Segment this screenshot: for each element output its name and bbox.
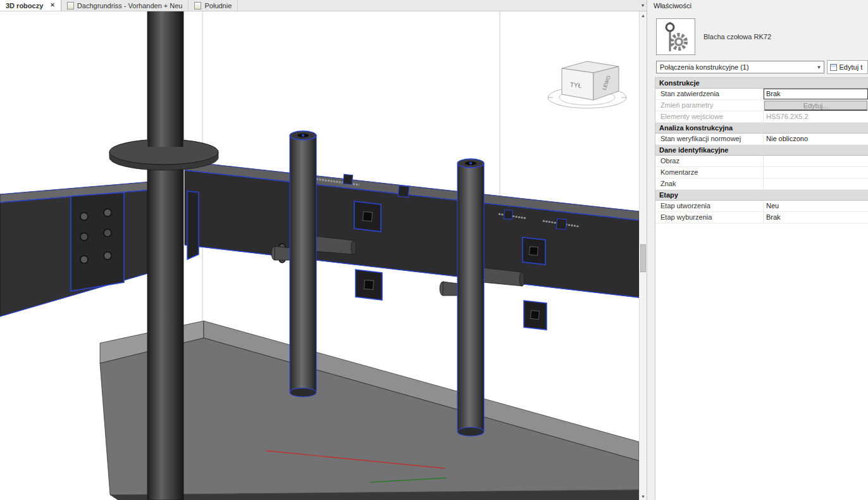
selection-filter-combo[interactable]: Połączenia konstrukcyjne (1) ▼ (656, 61, 824, 73)
scroll-down-arrow-icon[interactable]: ▼ (640, 492, 647, 500)
property-label: Znak (655, 178, 764, 189)
property-value[interactable]: Brak (764, 89, 868, 99)
property-row: Komentarze (655, 167, 868, 178)
properties-panel: Blacha czołowa RK72 Połączenia konstrukc… (647, 11, 868, 500)
edit-type-icon (830, 64, 837, 71)
property-value[interactable] (764, 156, 868, 166)
property-label: Obraz (655, 156, 764, 166)
property-label: Zmień parametry (655, 100, 764, 111)
type-preview-row: Blacha czołowa RK72 (647, 11, 868, 61)
property-row: Stan weryfikacji normowejNie obliczono (655, 134, 868, 145)
type-preview-box[interactable] (656, 18, 695, 55)
property-label: Elementy wejściowe (655, 111, 764, 122)
property-row: Etap utworzeniaNeu (655, 201, 868, 212)
top-bar: 3D roboczy✕Dachgrundriss - Vorhanden + N… (0, 0, 868, 11)
properties-panel-title: Właściwości (647, 0, 868, 11)
tab-label: Południe (204, 2, 232, 9)
category-header[interactable]: Dane identyfikacyjne (655, 145, 868, 156)
property-label: Etap utworzenia (655, 201, 764, 211)
property-label: Komentarze (655, 167, 764, 178)
property-value[interactable] (764, 167, 868, 178)
view-tab-1[interactable]: 3D roboczy✕ (0, 0, 61, 11)
property-row: Stan zatwierdzeniaBrak (655, 89, 868, 100)
tab-label: 3D roboczy (6, 2, 43, 9)
edit-type-label: Edytuj t (840, 63, 863, 71)
scroll-up-arrow-icon[interactable]: ▲ (640, 11, 647, 19)
property-value[interactable]: Nie obliczono (764, 134, 868, 144)
category-header[interactable]: Etapy (655, 190, 868, 201)
category-header[interactable]: Konstrukcje (655, 78, 868, 89)
steel-beam-right (185, 161, 639, 297)
property-label: Stan weryfikacji normowej (655, 134, 764, 144)
property-row: Obraz (655, 156, 868, 167)
property-value[interactable]: Neu (764, 201, 868, 211)
edit-parameters-button[interactable]: Edytuj... (764, 101, 867, 111)
property-row: Elementy wejścioweHSS76.2X5.2 (655, 111, 868, 123)
property-row: Zmień parametryEdytuj... (655, 100, 868, 111)
tab-overflow-chevron-icon[interactable]: ▼ (639, 0, 647, 11)
property-value[interactable]: Brak (764, 212, 868, 223)
selected-type-name: Blacha czołowa RK72 (704, 33, 771, 41)
property-value[interactable]: HSS76.2X5.2 (764, 111, 868, 122)
tab-label: Dachgrundriss - Vorhanden + Neu (77, 2, 183, 9)
view-tab-2[interactable]: Dachgrundriss - Vorhanden + Neu (61, 0, 189, 11)
scrollbar-thumb[interactable] (640, 244, 646, 272)
floor-plan-icon (67, 2, 74, 9)
hss-post-right[interactable] (457, 159, 484, 436)
edit-type-button[interactable]: Edytuj t (827, 60, 868, 74)
viewcube[interactable]: TYŁ LEWO (548, 61, 626, 108)
elevation-view-icon (194, 2, 201, 9)
tab-close-icon[interactable]: ✕ (50, 3, 55, 8)
property-label: Stan zatwierdzenia (655, 89, 764, 99)
property-label: Etap wyburzenia (655, 212, 764, 223)
category-header[interactable]: Analiza konstrukcyjna (655, 123, 868, 134)
splice-end-plate[interactable] (71, 192, 124, 291)
property-grid: KonstrukcjeStan zatwierdzeniaBrakZmień p… (655, 77, 868, 223)
main-content: TYŁ LEWO ▲ ▼ (0, 11, 868, 500)
selection-filter-label: Połączenia konstrukcyjne (1) (660, 63, 749, 71)
property-grid-empty-area (655, 223, 868, 500)
property-value: Edytuj... (764, 100, 868, 111)
selection-filter-row: Połączenia konstrukcyjne (1) ▼ Edytuj t (647, 61, 868, 77)
view-tab-3[interactable]: Południe (189, 0, 238, 11)
viewport-scrollbar[interactable]: ▲ ▼ (639, 11, 647, 500)
structural-connection-icon (662, 22, 690, 51)
3d-viewport-canvas[interactable]: TYŁ LEWO (0, 11, 639, 500)
property-row: Etap wyburzeniaBrak (655, 212, 868, 223)
hss-post-left[interactable] (290, 131, 316, 397)
property-row: Znak (655, 178, 868, 190)
viewcube-front-label: TYŁ (570, 81, 583, 89)
3d-viewport[interactable]: TYŁ LEWO (0, 11, 639, 500)
view-tab-bar: 3D roboczy✕Dachgrundriss - Vorhanden + N… (0, 0, 639, 11)
property-value[interactable] (764, 178, 868, 189)
combo-dropdown-icon: ▼ (817, 65, 822, 70)
revit-app-window: 3D roboczy✕Dachgrundriss - Vorhanden + N… (0, 0, 868, 500)
